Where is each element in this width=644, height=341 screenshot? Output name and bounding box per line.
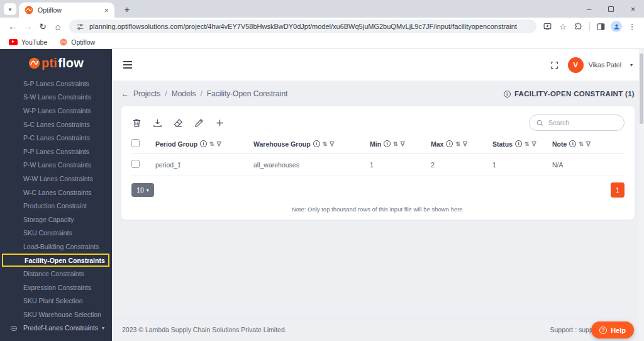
- page-content: ← Projects / Models / Facility-Open Cons…: [112, 81, 644, 318]
- column-min[interactable]: Min: [370, 140, 431, 148]
- sidebar-item-wp-lanes[interactable]: W-P Lanes Constraints: [0, 104, 112, 118]
- sidebar-item-wc-lanes[interactable]: W-C Lanes Constraints: [0, 186, 112, 199]
- sidebar-item-production-constraint[interactable]: Production Constraint: [0, 199, 112, 213]
- table-row[interactable]: period_1 all_warehouses 1 2 1 N/A: [131, 154, 625, 176]
- filter-icon[interactable]: [586, 140, 591, 147]
- home-button[interactable]: ⌂: [50, 19, 65, 34]
- new-tab-button[interactable]: +: [121, 3, 133, 15]
- sort-icon[interactable]: [455, 141, 460, 147]
- profile-avatar[interactable]: [609, 20, 623, 33]
- column-info-icon[interactable]: [313, 140, 320, 147]
- breadcrumb-models[interactable]: Models: [172, 89, 196, 98]
- sidebar-item-expression-constraints[interactable]: Expression Constraints: [0, 281, 112, 294]
- row-checkbox[interactable]: [131, 160, 140, 168]
- bookmark-youtube[interactable]: YouTube: [9, 38, 47, 46]
- sidebar-item-sku-constraints[interactable]: SKU Constraints: [0, 226, 112, 240]
- cell-warehouse-group: all_warehouses: [253, 161, 370, 169]
- user-menu[interactable]: V Vikas Patel ▾: [568, 57, 633, 73]
- search-input[interactable]: [548, 119, 611, 126]
- sidebar-item-sw-lanes[interactable]: S-W Lanes Constraints: [0, 91, 112, 104]
- sidebar-item-sc-lanes[interactable]: S-C Lanes Constraints: [0, 118, 112, 131]
- back-arrow-icon[interactable]: ←: [121, 89, 129, 98]
- column-info-icon[interactable]: [200, 140, 207, 147]
- optiflow-bookmark-icon: [60, 38, 67, 46]
- clear-button[interactable]: [173, 118, 184, 128]
- sort-icon[interactable]: [525, 141, 530, 147]
- edit-button[interactable]: [194, 118, 204, 128]
- column-warehouse-group[interactable]: Warehouse Group: [253, 140, 370, 148]
- filter-icon[interactable]: [463, 140, 467, 147]
- sidebar-item-sku-plant-selection[interactable]: SKU Plant Selection: [0, 294, 112, 308]
- scrollbar-thumb[interactable]: [640, 53, 643, 124]
- predef-lanes-icon: [10, 325, 18, 332]
- hamburger-menu-icon[interactable]: [123, 61, 132, 62]
- sidebar-item-predef-lanes[interactable]: Predef-Lanes Constraints ▾: [0, 321, 112, 335]
- address-bar[interactable]: planning.optiflowsolutions.com/project/4…: [69, 20, 536, 33]
- sidebar-item-sp-lanes[interactable]: S-P Lanes Constraints: [0, 77, 112, 91]
- window-maximize-button[interactable]: [600, 0, 622, 18]
- sidebar-item-pc-lanes[interactable]: P-C Lanes Constraints: [0, 131, 112, 145]
- tab-strip: ▾ Optiflow × + – ×: [0, 0, 644, 18]
- page-title: FACILITY-OPEN CONSTRAINT (1): [504, 90, 635, 98]
- sidebar-item-sku-warehouse-selection[interactable]: SKU Warehouse Selection: [0, 308, 112, 321]
- browser-menu-icon[interactable]: ⋮: [625, 20, 639, 33]
- column-info-icon[interactable]: [384, 140, 391, 147]
- table-note: Note: Only top thousand rows of this inp…: [131, 206, 625, 213]
- filter-icon[interactable]: [217, 140, 221, 147]
- bookmark-optiflow[interactable]: Optiflow: [60, 38, 95, 46]
- fullscreen-icon[interactable]: [550, 60, 559, 70]
- tab-search-button[interactable]: ▾: [4, 3, 16, 15]
- sort-icon[interactable]: [323, 141, 328, 147]
- search-icon: [536, 119, 544, 127]
- sidebar-item-ww-lanes[interactable]: W-W Lanes Constraints: [0, 172, 112, 186]
- column-info-icon[interactable]: [569, 140, 576, 147]
- help-button[interactable]: Help: [591, 321, 634, 338]
- filter-icon[interactable]: [401, 140, 405, 147]
- column-info-icon[interactable]: [515, 140, 522, 147]
- download-button[interactable]: [152, 118, 163, 128]
- sidebar-item-distance-constraints[interactable]: Distance Constraints: [0, 267, 112, 281]
- column-note[interactable]: Note: [552, 140, 625, 148]
- delete-button[interactable]: [131, 118, 142, 128]
- install-app-icon[interactable]: [540, 20, 554, 33]
- filter-icon[interactable]: [532, 140, 536, 147]
- sort-icon[interactable]: [579, 141, 584, 147]
- sidebar-item-storage-capacity[interactable]: Storage Capacity: [0, 213, 112, 226]
- search-box[interactable]: [529, 115, 625, 131]
- user-avatar: V: [568, 57, 584, 73]
- select-all-checkbox[interactable]: [131, 139, 140, 147]
- add-button[interactable]: [214, 118, 225, 128]
- browser-window: ▾ Optiflow × + – × ← → ↻ ⌂ planning.opti…: [0, 0, 644, 341]
- bookmark-star-icon[interactable]: ☆: [556, 20, 570, 33]
- user-chevron-icon: ▾: [630, 62, 633, 68]
- column-period-group[interactable]: Period Group: [155, 140, 253, 148]
- back-button[interactable]: ←: [5, 19, 20, 34]
- sidebar-item-pw-lanes[interactable]: P-W Lanes Constraints: [0, 159, 112, 172]
- forward-button[interactable]: →: [20, 19, 35, 34]
- sidebar-item-pp-lanes[interactable]: P-P Lanes Constraints: [0, 145, 112, 159]
- extensions-icon[interactable]: [572, 20, 586, 33]
- browser-tab[interactable]: Optiflow ×: [19, 3, 114, 18]
- page-size-dropdown[interactable]: 10 ▾: [131, 183, 154, 197]
- page-number-button[interactable]: 1: [611, 182, 625, 198]
- sort-icon[interactable]: [209, 141, 214, 147]
- question-icon: [599, 327, 607, 334]
- info-icon[interactable]: [504, 91, 511, 98]
- column-max[interactable]: Max: [431, 140, 492, 148]
- reload-button[interactable]: ↻: [35, 19, 50, 34]
- sidebar-item-facility-open[interactable]: Facility-Open Constraints: [2, 254, 109, 267]
- side-panel-icon[interactable]: [594, 20, 608, 33]
- breadcrumb-projects[interactable]: Projects: [133, 89, 160, 98]
- column-info-icon[interactable]: [446, 140, 453, 147]
- sort-icon[interactable]: [393, 141, 398, 147]
- column-status[interactable]: Status: [492, 140, 552, 148]
- sidebar-item-load-building[interactable]: Load-Building Constraints: [0, 240, 112, 254]
- page-scrollbar[interactable]: [639, 49, 644, 341]
- copyright-text: 2023 © Lambda Supply Chain Solutions Pri…: [122, 326, 287, 333]
- tab-close-icon[interactable]: ×: [104, 6, 109, 14]
- url-text: planning.optiflowsolutions.com/project/4…: [89, 23, 517, 30]
- site-settings-icon[interactable]: [76, 23, 84, 31]
- window-close-button[interactable]: ×: [622, 0, 644, 18]
- filter-icon[interactable]: [330, 140, 334, 147]
- window-minimize-button[interactable]: –: [578, 0, 600, 18]
